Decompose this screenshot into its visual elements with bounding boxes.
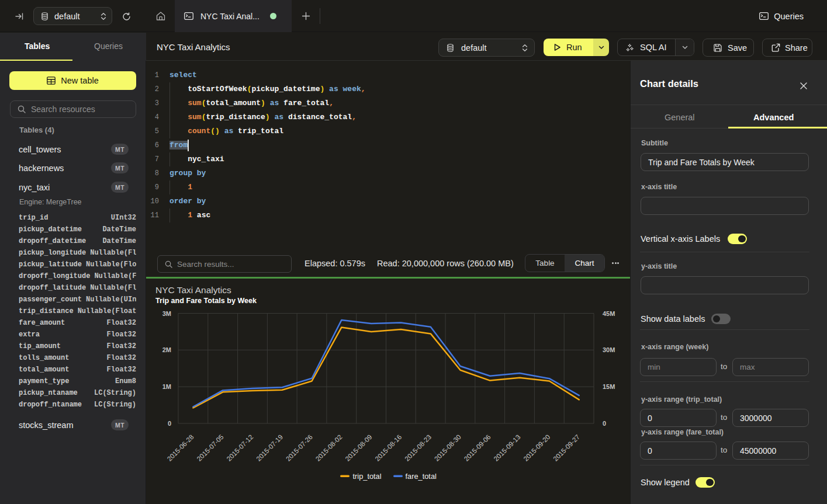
svg-text:30M: 30M [603, 346, 615, 353]
svg-text:2015-08-09: 2015-08-09 [344, 433, 373, 463]
svg-text:2015-09-27: 2015-09-27 [552, 433, 581, 463]
svg-text:2015-09-06: 2015-09-06 [463, 433, 492, 463]
svg-text:2015-06-28: 2015-06-28 [166, 433, 195, 463]
svg-text:2015-09-20: 2015-09-20 [522, 433, 551, 463]
svg-text:2015-08-16: 2015-08-16 [373, 433, 403, 463]
svg-text:2015-08-30: 2015-08-30 [433, 433, 462, 463]
svg-text:45M: 45M [603, 310, 615, 317]
svg-text:trip_total: trip_total [353, 472, 382, 481]
svg-text:2015-07-05: 2015-07-05 [196, 433, 225, 463]
svg-text:2M: 2M [162, 346, 171, 353]
svg-text:2015-07-19: 2015-07-19 [255, 433, 284, 463]
svg-text:2015-07-12: 2015-07-12 [225, 433, 254, 463]
svg-text:2015-08-02: 2015-08-02 [314, 433, 344, 463]
svg-text:2015-08-23: 2015-08-23 [403, 433, 432, 463]
svg-text:15M: 15M [603, 383, 615, 390]
svg-text:0: 0 [603, 420, 606, 427]
svg-text:0: 0 [168, 420, 171, 427]
svg-text:2015-09-13: 2015-09-13 [493, 433, 522, 463]
svg-text:1M: 1M [162, 383, 171, 390]
svg-text:2015-07-26: 2015-07-26 [285, 433, 314, 463]
svg-text:fare_total: fare_total [406, 472, 437, 481]
svg-text:3M: 3M [162, 310, 171, 317]
